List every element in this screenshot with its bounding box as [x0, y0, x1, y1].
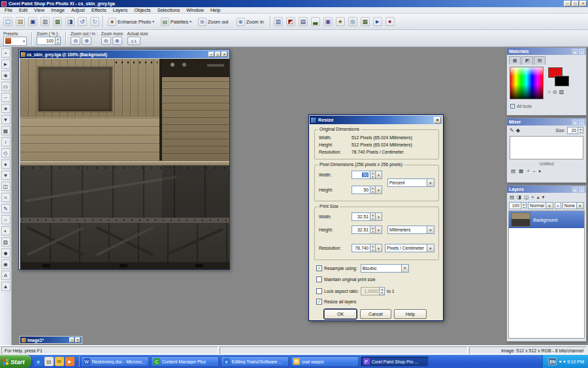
resize-all-layers-checkbox[interactable]: ✓	[316, 299, 322, 305]
paint-brush-tool[interactable]: ✎	[1, 204, 10, 213]
zoom-out-step-button[interactable]: ⊖	[71, 37, 80, 45]
quicklaunch-browser-icon[interactable]: e	[34, 357, 43, 366]
app-close-button[interactable]: ×	[580, 1, 587, 7]
flood-fill-tool[interactable]: ◆	[1, 248, 10, 258]
scan-icon[interactable]: ◨	[64, 16, 76, 27]
layer-down-icon[interactable]: ▾	[542, 194, 544, 200]
menu-item[interactable]: Effects	[88, 7, 110, 14]
image-close-button[interactable]: ×	[221, 52, 227, 57]
app-minimize-button[interactable]: –	[564, 1, 571, 7]
image-canvas[interactable]	[20, 59, 229, 269]
color-picker[interactable]	[510, 67, 544, 99]
print-icon[interactable]: ▥	[39, 16, 51, 27]
run-script-icon[interactable]: ►	[372, 16, 384, 27]
layers-titlebar[interactable]: Layers ▾ ×	[507, 186, 586, 193]
new-mask-icon[interactable]: ◨	[517, 194, 521, 200]
task-editing-trainz[interactable]: e Editing Trainz/Software ...	[221, 356, 289, 367]
zoom-in-button[interactable]: ⊕ Zoom in	[234, 15, 268, 28]
cancel-button[interactable]: Cancel	[360, 309, 391, 319]
undo-icon[interactable]: ↺	[76, 16, 88, 27]
layer-opacity-spinner[interactable]: 100 ▴▾	[509, 202, 527, 209]
record-script-icon[interactable]: ●	[384, 16, 396, 27]
min-restore-button[interactable]: □	[69, 337, 74, 343]
menu-item[interactable]: Image	[48, 7, 68, 14]
quicklaunch-mail-icon[interactable]: ✉	[55, 357, 64, 366]
image-window-titlebar[interactable]: cs_skin_grey.tga @ 100% (Background) – □…	[20, 50, 229, 58]
materials-titl ebar[interactable]: Materials ▾ ×	[507, 48, 586, 55]
transparency-toggle-icon[interactable]: ▨	[559, 89, 564, 95]
task-coal-wagon[interactable]: ▤ coal wagon	[291, 356, 359, 367]
materials-menu-button[interactable]: ▾	[572, 49, 578, 54]
materials-close-button[interactable]: ×	[579, 49, 584, 54]
zoom-in-step-button[interactable]: ⊕	[82, 37, 91, 45]
menu-item[interactable]: Window	[183, 7, 207, 14]
mixer-size-spinner[interactable]: 20 ▴▾	[567, 127, 583, 134]
pan-tool[interactable]: +	[1, 48, 10, 58]
text-tool[interactable]: A	[1, 271, 10, 280]
resize-dialog-close-button[interactable]: ×	[434, 117, 441, 124]
actual-size-button[interactable]: 1:1	[127, 37, 140, 45]
menu-item[interactable]: Layers	[110, 7, 131, 14]
toggle-overview-icon[interactable]: ◎	[347, 16, 359, 27]
new-layer-icon[interactable]: ▤	[510, 194, 514, 200]
new-icon[interactable]: ▢	[2, 16, 14, 27]
print-width-spinner[interactable]: 32.51 ▴▾ ▾	[351, 212, 382, 221]
palettes-button[interactable]: ▤ Palettes ▾	[158, 15, 194, 28]
materials-tab-frame[interactable]: ▦	[509, 56, 521, 65]
task-content-manager[interactable]: C Content Manager Plus	[151, 356, 219, 367]
zoom-out-button[interactable]: ⊖ Zoom out	[195, 15, 233, 28]
menu-item[interactable]: Selections	[154, 7, 184, 14]
menu-item[interactable]: File	[1, 7, 16, 14]
quicklaunch-desktop-icon[interactable]: ▤	[44, 357, 54, 366]
mixer-more-icon[interactable]: ▸	[539, 168, 542, 174]
mixer-open-icon[interactable]: ▦	[519, 168, 523, 174]
pixel-unit-dropdown[interactable]: Percent ▾	[387, 178, 434, 187]
materials-tab-swatches[interactable]: ▤	[534, 56, 546, 65]
print-height-spinner[interactable]: 32.51 ▴▾ ▾	[351, 226, 382, 234]
resample-checkbox[interactable]: ✓	[316, 265, 322, 271]
quicklaunch-media-icon[interactable]: ►	[65, 357, 74, 366]
scratch-remover-tool[interactable]: ≈	[1, 193, 10, 202]
help-button[interactable]: Help	[394, 309, 427, 319]
app-maximize-button[interactable]: □	[572, 1, 579, 7]
maintain-print-size-checkbox[interactable]	[316, 276, 322, 282]
print-resolution-spinner[interactable]: 78.740 ▴▾ ▾	[351, 244, 382, 252]
presets-dropdown[interactable]: ▾	[3, 37, 27, 46]
menu-item[interactable]: Objects	[131, 7, 154, 14]
style-toggle-icon[interactable]: ○	[547, 89, 551, 95]
zoom-in-more-button[interactable]: ⊕	[112, 37, 122, 45]
pick-tool[interactable]: ►	[1, 59, 10, 69]
app-titlebar[interactable]: Corel Paint Shop Pro Photo XI - cs_skin_…	[0, 0, 588, 7]
link-set-dropdown[interactable]: None ▾	[563, 202, 584, 209]
mixer-add-icon[interactable]: +	[527, 168, 529, 174]
eraser-tool[interactable]: ▨	[1, 237, 10, 246]
resize-dialog-titlebar[interactable]: Resize ×	[310, 116, 442, 124]
mixer-titlebar[interactable]: Mixer ▾ ×	[507, 118, 586, 125]
move-tool[interactable]: ◈	[1, 71, 10, 80]
menu-item[interactable]: Adjust	[68, 7, 88, 14]
ok-button[interactable]: OK	[324, 309, 357, 319]
lock-aspect-ratio-checkbox[interactable]	[316, 288, 322, 294]
open-icon[interactable]: ▤	[14, 16, 26, 27]
perspective-tool[interactable]: ◇	[1, 148, 10, 158]
min-close-button[interactable]: ×	[75, 337, 80, 343]
lighten-darken-tool[interactable]: ◐	[1, 226, 10, 235]
toggle-history-icon[interactable]: ▣	[322, 16, 334, 27]
picture-tube-tool[interactable]: ◉	[1, 259, 10, 269]
tray-volume-icon[interactable]: ◂	[563, 359, 565, 364]
print-unit-dropdown[interactable]: Millimeters ▾	[387, 226, 434, 234]
zoom-out-more-button[interactable]: ⊖	[101, 37, 111, 45]
menu-item[interactable]: View	[31, 7, 48, 14]
duplicate-layer-icon[interactable]: ◫	[524, 194, 529, 200]
layers-menu-button[interactable]: ▾	[572, 187, 578, 192]
image-maximize-button[interactable]: □	[215, 52, 221, 57]
dropper-tool[interactable]: ▼	[1, 115, 10, 124]
browse-icon[interactable]: ▦	[52, 16, 63, 27]
freehand-selection-tool[interactable]: ~	[1, 93, 10, 102]
redo-icon[interactable]: ↻	[89, 16, 101, 27]
magic-wand-tool[interactable]: ★	[1, 104, 10, 113]
mixer-brush-icon[interactable]: ✎	[510, 127, 514, 133]
mixer-menu-button[interactable]: ▾	[572, 120, 578, 125]
preset-shape-tool[interactable]: ▲	[1, 282, 10, 291]
mixer-canvas[interactable]	[510, 136, 583, 159]
